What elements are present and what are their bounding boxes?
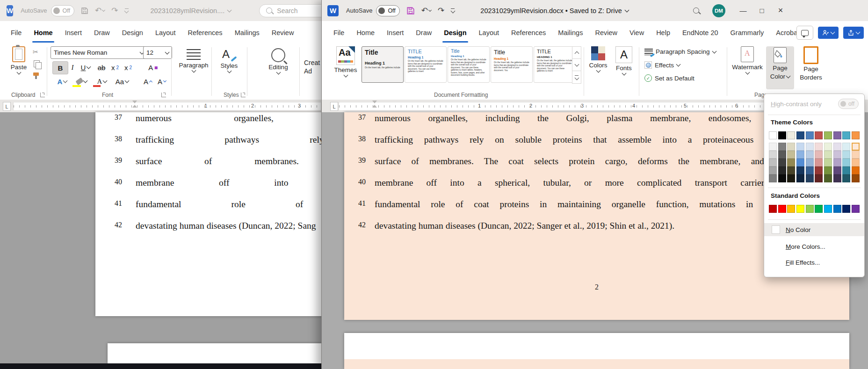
- change-case-button[interactable]: Aa: [111, 75, 133, 87]
- set-as-default-button[interactable]: ✓ Set as Default: [644, 74, 694, 82]
- paste-button[interactable]: Paste: [8, 46, 29, 74]
- theme-tint-swatch[interactable]: [824, 174, 832, 182]
- theme-tint-swatch[interactable]: [769, 143, 777, 151]
- theme-tint-swatch[interactable]: [778, 166, 786, 174]
- standard-color-swatch[interactable]: [806, 205, 814, 213]
- colors-button[interactable]: Colors: [586, 46, 610, 72]
- theme-tint-swatch[interactable]: [787, 159, 795, 166]
- undo-icon[interactable]: ↶: [95, 6, 105, 15]
- theme-tint-swatch[interactable]: [842, 143, 850, 151]
- tab-grammarly[interactable]: Grammarly: [724, 21, 770, 44]
- search-icon[interactable]: [693, 7, 699, 14]
- theme-color-swatch[interactable]: [815, 131, 823, 139]
- style-set-card[interactable]: TitleHeading 1On the Insert tab, the gal…: [491, 46, 533, 83]
- theme-tint-swatch[interactable]: [824, 166, 832, 174]
- theme-color-swatch[interactable]: [769, 131, 777, 139]
- theme-tint-swatch[interactable]: [824, 151, 832, 159]
- redo-icon[interactable]: ↷: [111, 6, 118, 15]
- tab-design[interactable]: Design: [438, 21, 472, 44]
- document-title[interactable]: 20231029ymlRevision.docx • Saved to Z: D…: [480, 7, 628, 14]
- font-name-combobox[interactable]: Times New Roman: [51, 46, 147, 59]
- indent-markers[interactable]: [132, 101, 137, 111]
- theme-tint-swatch[interactable]: [787, 151, 795, 159]
- text-highlight-button[interactable]: [71, 75, 93, 87]
- indent-markers[interactable]: [372, 101, 377, 111]
- tab-help[interactable]: Help: [650, 21, 676, 44]
- theme-tint-swatch[interactable]: [833, 143, 841, 151]
- tab-endnote-20[interactable]: EndNote 20: [676, 21, 724, 44]
- theme-tint-swatch[interactable]: [806, 174, 814, 182]
- theme-tint-swatch[interactable]: [833, 174, 841, 182]
- high-contrast-row[interactable]: High-contrast only off: [771, 99, 859, 109]
- theme-tint-swatch[interactable]: [815, 174, 823, 182]
- theme-tint-swatch[interactable]: [796, 151, 804, 159]
- tab-mailings[interactable]: Mailings: [229, 21, 266, 44]
- maximize-button[interactable]: □: [752, 7, 771, 14]
- tab-review[interactable]: Review: [266, 21, 300, 44]
- quick-access-more-icon[interactable]: [125, 8, 129, 13]
- theme-color-swatch[interactable]: [787, 131, 795, 139]
- page-borders-button[interactable]: Page Borders: [797, 46, 825, 81]
- left-document-area[interactable]: 37numerous organelles, including the Gol…: [0, 112, 321, 369]
- close-button[interactable]: ×: [771, 6, 790, 15]
- theme-color-swatch[interactable]: [778, 131, 786, 139]
- high-contrast-toggle[interactable]: off: [838, 99, 859, 109]
- theme-color-swatch[interactable]: [833, 131, 841, 139]
- underline-button[interactable]: U: [77, 61, 94, 73]
- redo-icon[interactable]: ↷: [438, 6, 444, 15]
- theme-tint-swatch[interactable]: [796, 174, 804, 182]
- theme-tint-swatch[interactable]: [833, 151, 841, 159]
- search-box[interactable]: Search: [259, 4, 321, 17]
- tab-file[interactable]: File: [327, 21, 350, 44]
- theme-tint-swatch[interactable]: [806, 166, 814, 174]
- theme-color-swatch[interactable]: [842, 131, 850, 139]
- theme-color-swatch[interactable]: [796, 131, 804, 139]
- theme-tint-swatch[interactable]: [769, 166, 777, 174]
- autosave-toggle[interactable]: Off: [51, 5, 74, 16]
- standard-color-swatch[interactable]: [778, 205, 786, 213]
- standard-color-swatch[interactable]: [796, 205, 804, 213]
- bold-button[interactable]: B: [52, 61, 68, 74]
- theme-tint-swatch[interactable]: [769, 174, 777, 182]
- theme-tint-swatch[interactable]: [833, 166, 841, 174]
- theme-tint-swatch[interactable]: [806, 143, 814, 151]
- font-size-combobox[interactable]: 12: [143, 46, 172, 59]
- standard-color-swatch[interactable]: [842, 205, 850, 213]
- theme-color-swatch[interactable]: [824, 131, 832, 139]
- theme-tint-swatch[interactable]: [824, 143, 832, 151]
- comments-button[interactable]: [796, 26, 813, 40]
- font-color-button[interactable]: A: [92, 75, 112, 87]
- document-title[interactable]: 20231028ymlRevision....: [151, 7, 231, 14]
- theme-tint-swatch[interactable]: [778, 151, 786, 159]
- styles-dialog-launcher[interactable]: [241, 93, 246, 97]
- theme-tint-swatch[interactable]: [796, 159, 804, 166]
- tab-insert[interactable]: Insert: [59, 21, 88, 44]
- tab-selector[interactable]: L: [330, 102, 338, 111]
- fonts-button[interactable]: A Fonts: [613, 46, 635, 75]
- format-painter-icon[interactable]: [33, 72, 40, 79]
- cut-icon[interactable]: ✂: [33, 48, 38, 56]
- theme-tint-swatch[interactable]: [824, 159, 832, 166]
- tab-draw[interactable]: Draw: [410, 21, 438, 44]
- theme-tint-swatch[interactable]: [842, 151, 850, 159]
- theme-tint-swatch[interactable]: [806, 151, 814, 159]
- shrink-font-button[interactable]: A: [154, 75, 169, 87]
- style-set-card[interactable]: TitleHeading 1On the Insert tab, the gal…: [448, 46, 490, 83]
- avatar[interactable]: DM: [712, 4, 725, 17]
- undo-icon[interactable]: ↶: [421, 6, 431, 15]
- theme-tint-swatch[interactable]: [787, 166, 795, 174]
- standard-color-swatch[interactable]: [852, 205, 860, 213]
- theme-tint-swatch[interactable]: [852, 174, 860, 182]
- theme-tint-swatch[interactable]: [787, 143, 795, 151]
- fill-effects-item[interactable]: Fill Effects...: [764, 256, 864, 269]
- gallery-more-button[interactable]: [572, 71, 581, 84]
- text-effects-button[interactable]: A: [52, 75, 72, 87]
- style-set-card[interactable]: TITLEHEADING 1On the Insert tab, the gal…: [534, 46, 576, 83]
- tab-layout[interactable]: Layout: [473, 21, 506, 44]
- styles-button[interactable]: A Styles: [216, 46, 242, 72]
- themes-button[interactable]: Aa Themes: [332, 46, 359, 77]
- theme-tint-swatch[interactable]: [842, 166, 850, 174]
- theme-tint-swatch[interactable]: [778, 174, 786, 182]
- tab-mailings[interactable]: Mailings: [552, 21, 589, 44]
- theme-tint-swatch[interactable]: [852, 159, 860, 166]
